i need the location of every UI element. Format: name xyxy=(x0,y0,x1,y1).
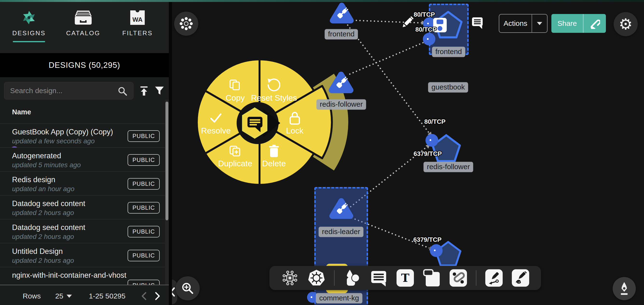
design-updated: updated a few seconds ago xyxy=(12,137,94,145)
lock-icon xyxy=(288,111,301,125)
design-row[interactable]: Datadog seed content updated 2 hours ago… xyxy=(0,219,165,243)
radial-label-duplicate[interactable]: Duplicate xyxy=(218,159,252,168)
visibility-badge[interactable]: PUBLIC xyxy=(128,280,160,285)
pen-nib-icon xyxy=(618,281,630,295)
design-name: GuestBook App (Copy) (Copy) xyxy=(12,128,113,136)
redis-follower-port[interactable] xyxy=(426,134,438,147)
comment-glyph-icon xyxy=(248,117,262,132)
visibility-badge[interactable]: PUBLIC xyxy=(128,178,160,190)
visibility-badge[interactable]: PUBLIC xyxy=(128,226,160,237)
kubernetes-tool[interactable] xyxy=(308,269,326,287)
edit-pencil-icon[interactable] xyxy=(401,16,414,30)
design-list: GuestBook App (Copy) (Copy) updated a fe… xyxy=(0,120,165,285)
wa-glyph: WA xyxy=(132,16,142,23)
dot-grid-button[interactable] xyxy=(174,12,198,36)
design-updated: updated 2 hours ago xyxy=(12,233,74,241)
frontend-service-node[interactable] xyxy=(328,1,355,25)
text-tool[interactable]: T xyxy=(396,269,414,287)
design-row[interactable]: Redis design updated an hour ago PUBLIC xyxy=(0,171,165,195)
settings-button[interactable]: ⚙ xyxy=(614,12,638,36)
tab-designs[interactable]: DESIGNS xyxy=(6,9,52,37)
visibility-badge[interactable]: PUBLIC xyxy=(128,202,160,213)
actions-button[interactable]: Actions xyxy=(499,14,548,33)
edge-pen-square xyxy=(485,269,503,287)
design-updated: updated 2 hours ago xyxy=(12,209,74,217)
radial-label-lock[interactable]: Lock xyxy=(286,126,304,135)
shapes-tool[interactable] xyxy=(343,269,361,287)
design-row[interactable]: nginx-with-init-container-and-vhost PUBL… xyxy=(0,267,165,285)
search-icon[interactable] xyxy=(118,86,127,96)
draw-pen-tool[interactable] xyxy=(512,269,530,287)
visibility-badge[interactable]: PUBLIC xyxy=(128,154,160,166)
comment-tool[interactable] xyxy=(370,269,388,287)
design-name: Untitled Design xyxy=(12,247,63,256)
zoom-in-button[interactable] xyxy=(176,276,200,300)
tab-filters[interactable]: WA FILTERS xyxy=(114,9,160,37)
edge-label-80tcp-1: 80/TCP xyxy=(414,11,435,18)
actions-button-label: Actions xyxy=(499,19,532,28)
next-page-button[interactable] xyxy=(154,291,161,301)
design-row[interactable]: Datadog seed content updated 2 hours ago… xyxy=(0,195,165,219)
tab-catalog[interactable]: CATALOG xyxy=(60,9,106,37)
actions-dropdown-button[interactable] xyxy=(532,22,547,25)
filter-funnel-icon[interactable] xyxy=(154,86,164,96)
search-input[interactable] xyxy=(4,82,134,99)
canvas-toolbar: T xyxy=(270,266,541,290)
bottom-pod-port[interactable] xyxy=(430,244,442,257)
guestbook-port-2[interactable] xyxy=(423,33,435,45)
sidebar-canvas-divider xyxy=(169,0,172,305)
redis-follower-service-label: redis-follower xyxy=(316,99,366,110)
sidebar-scrollbar-thumb[interactable] xyxy=(166,102,168,220)
chevron-down-icon xyxy=(537,22,542,25)
link-icon xyxy=(589,18,600,29)
share-button[interactable]: Share xyxy=(552,14,606,33)
redis-leader-service-node[interactable] xyxy=(328,196,354,221)
design-name: Datadog seed content xyxy=(12,223,85,232)
redis-follower-pod-label: redis-follower xyxy=(424,162,473,172)
edge-pen-tool[interactable] xyxy=(485,269,503,287)
design-row[interactable]: GuestBook App (Copy) (Copy) updated a fe… xyxy=(0,124,165,147)
visibility-badge[interactable]: PUBLIC xyxy=(128,130,160,142)
catalog-archive-icon xyxy=(60,9,106,26)
pagination-range: 1-25 50295 xyxy=(89,292,126,300)
visibility-badge[interactable]: PUBLIC xyxy=(128,250,160,261)
chain-link-icon xyxy=(451,271,465,285)
delete-trash-icon xyxy=(268,145,280,158)
tab-designs-label: DESIGNS xyxy=(6,30,52,37)
radial-label-reset-styles[interactable]: Reset Styles xyxy=(251,93,297,103)
prev-page-button[interactable] xyxy=(140,291,148,301)
circuit-icon xyxy=(282,270,298,286)
link-tool[interactable] xyxy=(449,269,467,287)
comment-bubble-icon[interactable] xyxy=(472,17,484,29)
top-gradient-strip xyxy=(0,0,644,2)
pen-arrow-icon xyxy=(488,271,500,284)
edge-redisfollower-guestbook xyxy=(349,43,424,74)
design-name: Datadog seed content xyxy=(12,199,85,208)
pen-squiggle-icon xyxy=(514,271,527,284)
gear-icon: ⚙ xyxy=(619,17,632,32)
copy-link-button[interactable] xyxy=(584,18,606,29)
radial-label-resolve[interactable]: Resolve xyxy=(201,126,231,135)
edge-label-6379tcp-1: 6379/TCP xyxy=(414,150,442,158)
radial-label-delete[interactable]: Delete xyxy=(262,159,286,168)
design-updated: updated an hour ago xyxy=(12,185,74,193)
note-tool[interactable] xyxy=(423,269,441,287)
note-icon xyxy=(423,269,441,287)
sidebar-tabbar: DESIGNS CATALOG xyxy=(0,2,169,53)
zoom-in-icon xyxy=(181,281,194,295)
rows-per-page-select[interactable]: 25 xyxy=(55,292,72,300)
components-tool[interactable] xyxy=(281,269,299,287)
design-row[interactable]: Untitled Design updated 2 hours ago PUBL… xyxy=(0,243,165,267)
design-updated: updated 2 hours ago xyxy=(12,257,74,264)
radial-label-copy[interactable]: Copy xyxy=(226,93,244,103)
edge-frontend-redisfollower-pod xyxy=(347,25,429,133)
guestbook-pod-label: frontend xyxy=(432,47,465,57)
column-header-name: Name xyxy=(12,108,31,116)
redis-follower-service-node[interactable] xyxy=(327,70,355,95)
upload-publish-icon[interactable] xyxy=(139,86,149,96)
comment-node-hex[interactable] xyxy=(243,108,267,138)
sidebar-scrollbar[interactable] xyxy=(165,100,169,285)
pen-mode-button[interactable] xyxy=(613,277,636,300)
design-row[interactable]: Autogenerated updated 5 minutes ago PUBL… xyxy=(0,147,165,171)
frontend-service-label: frontend xyxy=(325,29,358,40)
